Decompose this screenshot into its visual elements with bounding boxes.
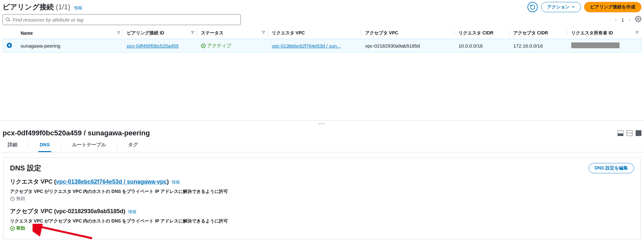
page-next[interactable]: ›: [629, 16, 630, 23]
disabled-text: 無効: [16, 196, 25, 202]
req-vpc-link[interactable]: vpc-0138ebc62f764e53d / sunagawa-vpc: [56, 178, 167, 185]
tab-route[interactable]: ルートテーブル: [71, 139, 107, 152]
page-title: ピアリング接続 (1/1): [3, 2, 70, 12]
layout-split-icon[interactable]: [627, 130, 632, 136]
svg-line-7: [38, 226, 92, 238]
accepter-section: アクセプタ VPC (vpc-02182930a9ab5185d) 情報: [10, 207, 634, 215]
col-req-owner[interactable]: リクエスタ所有者 ID: [571, 30, 613, 35]
peering-table: Name ピアリング接続 ID ステータス リクエスタ VPC アクセプタ VP…: [3, 28, 641, 53]
search-input-wrap[interactable]: [3, 14, 241, 25]
refresh-icon: [530, 4, 535, 10]
dns-panel: DNS 設定 DNS 設定を編集 リクエスタ VPC (vpc-0138ebc6…: [3, 158, 641, 239]
col-req-cidr[interactable]: リクエスタ CIDR: [459, 30, 493, 35]
acc-info-link[interactable]: 情報: [128, 209, 137, 214]
status-disabled: 無効: [10, 196, 25, 202]
cell-acc-vpc: vpc-02182930a9ab5185d: [361, 39, 455, 53]
status-text: アクティブ: [207, 43, 231, 49]
layout-full-icon[interactable]: [636, 130, 641, 136]
tab-tag[interactable]: タグ: [127, 139, 139, 152]
cell-name: sunagawa-peering: [17, 39, 123, 53]
search-input[interactable]: [13, 17, 238, 23]
actions-button[interactable]: アクション: [541, 2, 581, 12]
settings-gear[interactable]: [635, 16, 641, 24]
edit-dns-label: DNS 設定を編集: [595, 165, 628, 171]
info-link[interactable]: 情報: [74, 5, 82, 11]
minus-circle-icon: [10, 196, 15, 201]
enabled-text: 有効: [16, 225, 25, 231]
table-row[interactable]: sunagawa-peering pcx-0df499f0bc520a459 ア…: [3, 39, 641, 53]
owner-redacted: [571, 42, 620, 48]
acc-desc: リクエスタ VPC がアクセプタ VPC 内のホストの DNS をプライベート …: [10, 218, 634, 224]
page-title-text: ピアリング接続: [3, 3, 54, 11]
cell-acc-cidr: 172.16.0.0/16: [509, 39, 567, 53]
check-circle-icon: [201, 43, 206, 48]
req-label-pre: リクエスタ VPC (: [10, 178, 56, 185]
page-prev[interactable]: ‹: [615, 16, 617, 23]
col-acc-cidr[interactable]: アクセプタ CIDR: [513, 30, 548, 35]
search-icon: [5, 17, 11, 22]
row-radio[interactable]: [7, 43, 12, 48]
create-peering-button[interactable]: ピアリング接続を作成: [584, 2, 641, 12]
cell-peering-id-link[interactable]: pcx-0df499f0bc520a459: [127, 43, 179, 49]
page-number: 1: [621, 17, 624, 23]
svg-line-1: [9, 20, 10, 22]
tab-dns[interactable]: DNS: [38, 139, 51, 152]
split-handle[interactable]: ══: [0, 121, 644, 126]
actions-label: アクション: [547, 4, 570, 10]
dns-panel-title: DNS 設定: [10, 163, 41, 173]
svg-point-0: [6, 18, 9, 21]
layout-bottom-icon[interactable]: [618, 130, 623, 136]
col-acc-vpc[interactable]: アクセプタ VPC: [365, 30, 398, 35]
requester-section: リクエスタ VPC (vpc-0138ebc62f764e53d / sunag…: [10, 178, 634, 186]
caret-down-icon: [572, 5, 575, 9]
col-status[interactable]: ステータス: [201, 30, 223, 35]
annotation-arrow: [33, 224, 94, 241]
check-circle-icon: [10, 226, 15, 231]
svg-point-2: [638, 18, 639, 20]
col-name[interactable]: Name: [21, 31, 33, 36]
req-info-link[interactable]: 情報: [172, 180, 180, 185]
req-desc: アクセプタ VPC がリクエスタ VPC 内のホストの DNS をプライベート …: [10, 189, 634, 195]
refresh-button[interactable]: [527, 2, 538, 12]
status-enabled: 有効: [10, 225, 25, 231]
create-label: ピアリング接続を作成: [590, 4, 635, 10]
detail-tabs: 詳細 DNS ルートテーブル タグ: [0, 139, 644, 152]
req-label-post: ): [167, 178, 169, 185]
cell-req-cidr: 10.0.0.0/16: [455, 39, 509, 53]
page-count: (1/1): [56, 3, 70, 11]
cell-req-vpc-link[interactable]: vpc-0138ebc62f764e53d / sun...: [272, 43, 341, 49]
col-peering-id[interactable]: ピアリング接続 ID: [127, 30, 164, 35]
acc-label: アクセプタ VPC (vpc-02182930a9ab5185d): [10, 208, 125, 214]
detail-title: pcx-0df499f0bc520a459 / sunagawa-peering: [3, 129, 150, 137]
tab-detail[interactable]: 詳細: [6, 139, 19, 152]
status-active: アクティブ: [201, 43, 231, 49]
edit-dns-button[interactable]: DNS 設定を編集: [589, 163, 634, 173]
col-req-vpc[interactable]: リクエスタ VPC: [272, 30, 305, 35]
